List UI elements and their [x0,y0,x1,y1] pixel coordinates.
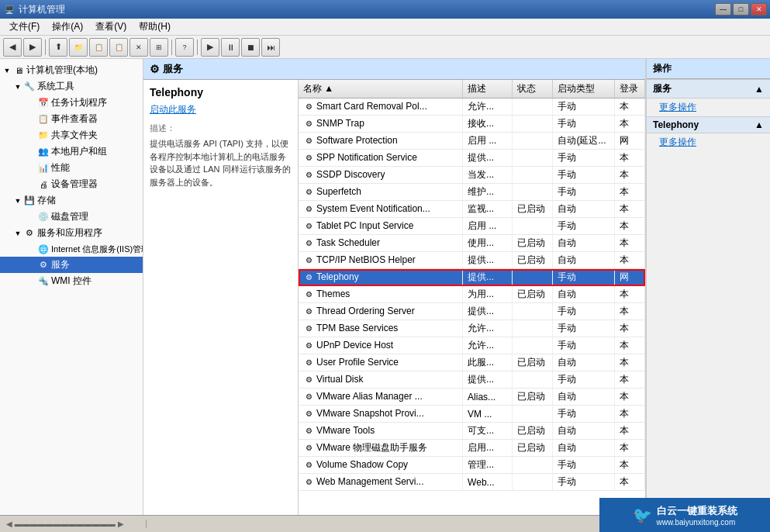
table-row[interactable]: ⚙UPnP Device Host允许...手动本 [299,337,645,354]
table-row[interactable]: ⚙TCP/IP NetBIOS Helper提供...已启动自动本 [299,252,645,269]
sidebar-item-performance[interactable]: 📊 性能 [0,160,143,176]
maximize-button[interactable]: □ [733,3,749,16]
table-row[interactable]: ⚙VMware 物理磁盘助手服务启用...已启动自动本 [299,440,645,457]
service-icon: ⚙ [303,272,314,283]
service-status-cell [512,303,553,320]
table-row[interactable]: ⚙Software Protection启用 ...自动(延迟...网 [299,133,645,150]
menu-file[interactable]: 文件(F) [3,19,46,35]
service-startup-cell: 手动 [553,406,614,423]
table-row[interactable]: ⚙Task Scheduler使用...已启动自动本 [299,235,645,252]
table-row[interactable]: ⚙TPM Base Services允许...手动本 [299,320,645,337]
sidebar-item-services-apps[interactable]: ▼ ⚙ 服务和应用程序 [0,225,143,241]
sidebar-item-wmi[interactable]: 🔩 WMI 控件 [0,273,143,289]
copy-button[interactable]: 📋 [89,38,108,57]
service-table-container[interactable]: 名称 ▲ 描述 状态 启动类型 登录 ⚙Smart Card Removal P… [299,80,645,515]
col-name[interactable]: 名称 ▲ [299,80,463,98]
paste-button[interactable]: 📋 [109,38,128,57]
more-actions-services[interactable]: 更多操作 [647,98,770,116]
sidebar-item-local-users[interactable]: 👥 本地用户和组 [0,143,143,160]
service-name-cell: ⚙Superfetch [299,184,463,201]
table-row[interactable]: ⚙SNMP Trap接收...手动本 [299,116,645,133]
help-button[interactable]: ? [175,38,194,57]
action-section-title-services[interactable]: 服务 ▲ [647,79,770,98]
sidebar-label-storage: 存储 [37,194,56,207]
table-row[interactable]: ⚙VMware Snapshot Provi...VM ...手动本 [299,406,645,423]
back-button[interactable]: ◀ [3,38,22,57]
sidebar-item-disk-mgmt[interactable]: 💿 磁盘管理 [0,209,143,225]
delete-button[interactable]: ✕ [129,38,148,57]
services-apps-icon: ⚙ [23,227,36,240]
sidebar-root-label: 计算机管理(本地) [26,64,98,77]
service-startup-cell: 手动 [553,218,614,235]
table-row[interactable]: ⚙SPP Notification Service提供...手动本 [299,150,645,167]
up-button[interactable]: ⬆ [49,38,67,57]
sidebar-item-storage[interactable]: ▼ 💾 存储 [0,192,143,209]
table-row[interactable]: ⚙VMware Tools可支...已启动自动本 [299,423,645,440]
pause-button[interactable]: ⏸ [221,38,240,57]
properties-button[interactable]: ⊞ [150,38,168,57]
service-desc-cell: Web... [463,474,512,491]
table-row[interactable]: ⚙User Profile Service此服...已启动自动本 [299,354,645,371]
service-status-cell: 已启动 [512,423,553,440]
col-status[interactable]: 状态 [512,80,553,98]
menu-action[interactable]: 操作(A) [46,19,89,35]
service-name-cell: ⚙Themes [299,286,463,303]
sidebar-item-shared-folders[interactable]: 📁 共享文件夹 [0,127,143,143]
service-startup-cell: 自动 [553,423,614,440]
desc-label: 描述： [150,123,292,134]
table-row[interactable]: ⚙Superfetch维护...手动本 [299,184,645,201]
table-row[interactable]: ⚙Tablet PC Input Service启用 ...手动本 [299,218,645,235]
sidebar-root[interactable]: ▼ 🖥 计算机管理(本地) [0,62,143,78]
menu-help[interactable]: 帮助(H) [133,19,177,35]
col-login[interactable]: 登录 [614,80,644,98]
users-icon: 👥 [37,146,50,158]
action-section-title-telephony[interactable]: Telephony ▲ [647,116,770,133]
sidebar-item-services[interactable]: ⚙ 服务 [0,257,143,273]
service-desc-cell: 提供... [463,303,512,320]
service-name-cell: ⚙VMware Alias Manager ... [299,389,463,406]
service-desc-cell: 监视... [463,201,512,218]
table-row[interactable]: ⚙Thread Ordering Server提供...手动本 [299,303,645,320]
table-row[interactable]: ⚙Smart Card Removal Pol...允许...手动本 [299,98,645,116]
col-startup[interactable]: 启动类型 [553,80,614,98]
table-row[interactable]: ⚙VMware Alias Manager ...Alias...已启动自动本 [299,389,645,406]
table-row[interactable]: ⚙Volume Shadow Copy管理...手动本 [299,457,645,474]
service-icon: ⚙ [303,119,314,130]
expand-device [28,181,36,188]
service-desc-cell: 使用... [463,235,512,252]
expand-event [28,116,36,123]
col-desc[interactable]: 描述 [463,80,512,98]
toolbar: ◀ ▶ ⬆ 📁 📋 📋 ✕ ⊞ ? ▶ ⏸ ⏹ ⏭ [0,36,770,59]
service-icon: ⚙ [303,323,314,334]
sidebar-item-event-viewer[interactable]: 📋 事件查看器 [0,111,143,127]
menu-bar: 文件(F) 操作(A) 查看(V) 帮助(H) [0,19,770,36]
menu-view[interactable]: 查看(V) [89,19,133,35]
show-button[interactable]: 📁 [69,38,88,57]
action-header: 操作 [647,59,770,79]
service-name-cell: ⚙Telephony [299,269,463,286]
more-actions-telephony[interactable]: 更多操作 [647,133,770,151]
service-name-cell: ⚙VMware Snapshot Provi... [299,406,463,423]
sidebar-item-device-manager[interactable]: 🖨 设备管理器 [0,176,143,192]
table-row[interactable]: ⚙SSDP Discovery当发...手动本 [299,167,645,184]
sidebar-item-iis[interactable]: 🌐 Internet 信息服务(IIS)管理器 [0,241,143,257]
minimize-button[interactable]: — [715,3,731,16]
forward-button[interactable]: ▶ [23,38,42,57]
sidebar-item-system-tools[interactable]: ▼ 🔧 系统工具 [0,78,143,95]
expand-system-tools: ▼ [14,83,22,91]
sidebar-item-task-scheduler[interactable]: 📅 任务计划程序 [0,95,143,111]
table-row[interactable]: ⚙Themes为用...已启动自动本 [299,286,645,303]
table-row[interactable]: ⚙Virtual Disk提供...手动本 [299,371,645,389]
restart-button[interactable]: ⏭ [261,38,280,57]
table-row[interactable]: ⚙System Event Notification...监视...已启动自动本 [299,201,645,218]
service-icon: ⚙ [303,460,314,471]
stop-button[interactable]: ⏹ [241,38,260,57]
table-row[interactable]: ⚙Web Management Servi...Web...手动本 [299,474,645,491]
service-icon: ⚙ [303,375,314,385]
start-service-link[interactable]: 启动此服务 [150,103,292,116]
close-button[interactable]: ✕ [751,3,767,16]
play-button[interactable]: ▶ [201,38,219,57]
service-icon: ⚙ [303,409,314,420]
table-row[interactable]: ⚙Telephony提供...手动网 [299,269,645,286]
service-icon: ⚙ [303,306,314,317]
